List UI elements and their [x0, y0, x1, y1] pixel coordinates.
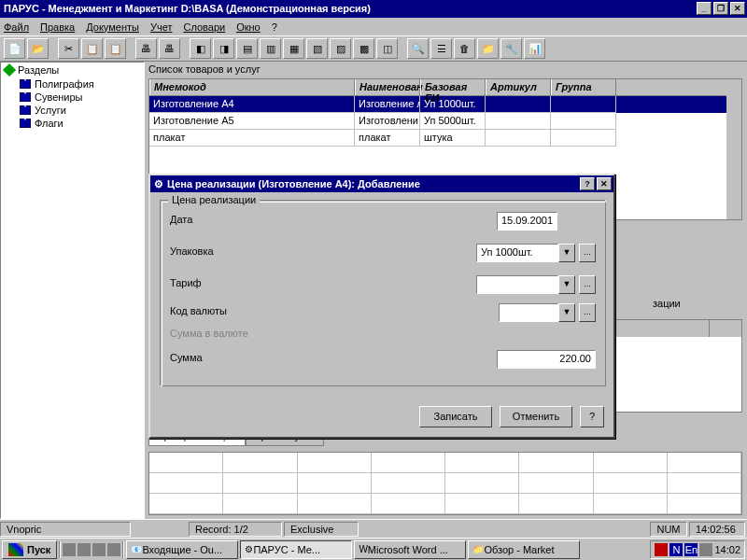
status-mode: Exclusive: [284, 522, 359, 537]
toolbar-button[interactable]: ◨: [213, 38, 234, 59]
tray-icon[interactable]: [699, 543, 712, 556]
diamond-icon: [3, 63, 16, 77]
vertical-scrollbar[interactable]: [726, 79, 741, 219]
book-icon: [20, 79, 31, 89]
toolbar-button[interactable]: 📊: [524, 38, 545, 59]
tree-item[interactable]: Услуги: [1, 104, 144, 117]
group-label: Цена реализации: [168, 194, 260, 205]
maximize-button[interactable]: ❐: [713, 2, 728, 15]
dialog-close-button[interactable]: ✕: [597, 177, 612, 190]
quicklaunch-icon[interactable]: [78, 543, 91, 556]
system-tray: N En 14:02: [650, 540, 745, 559]
toolbar-button[interactable]: ✂: [58, 38, 79, 59]
grid-row[interactable]: Изготовление А5ИзготовлениУп 5000шт.: [149, 113, 741, 130]
grid-row[interactable]: плакатплакатштука: [149, 130, 741, 147]
tree-item[interactable]: Флаги: [1, 117, 144, 130]
menu-edit[interactable]: Правка: [40, 21, 75, 33]
start-button[interactable]: Пуск: [2, 540, 57, 559]
tariff-combo[interactable]: [476, 275, 558, 294]
browse-button[interactable]: ...: [579, 303, 596, 322]
tree-item[interactable]: Сувениры: [1, 91, 144, 104]
tray-lang-icon[interactable]: En: [684, 543, 698, 556]
status-bar: Vnopric Record: 1/2 Exclusive NUM 14:02:…: [0, 519, 747, 538]
menu-docs[interactable]: Документы: [86, 21, 139, 33]
toolbar-button[interactable]: 🗑: [454, 38, 475, 59]
tree-item[interactable]: Полиграфия: [1, 77, 144, 91]
currency-combo[interactable]: [499, 303, 558, 322]
toolbar-button[interactable]: 📋: [81, 38, 103, 59]
minimize-button[interactable]: _: [697, 2, 712, 15]
cancel-button[interactable]: Отменить: [500, 406, 572, 427]
bottom-grid[interactable]: [148, 452, 742, 515]
toolbar-button[interactable]: 📂: [27, 38, 49, 59]
partial-tab-label: зации: [653, 298, 681, 309]
col-name[interactable]: Наименован: [355, 79, 420, 95]
pack-combo[interactable]: Уп 1000шт.: [476, 244, 558, 262]
toolbar-button[interactable]: ☰: [430, 38, 452, 59]
toolbar-button[interactable]: 🖶: [135, 38, 157, 59]
window-titlebar: ПАРУС - Менеджмент и Маркетинг D:\BASA (…: [0, 0, 747, 18]
chevron-down-icon[interactable]: ▼: [558, 244, 575, 262]
menu-acct[interactable]: Учет: [150, 21, 173, 33]
toolbar-button[interactable]: 📄: [4, 38, 25, 59]
tree-root[interactable]: Разделы: [1, 63, 144, 77]
save-button[interactable]: Записать: [419, 406, 492, 427]
toolbar-button[interactable]: ▦: [283, 38, 304, 59]
taskbar-task[interactable]: ⚙ ПАРУС - Ме...: [240, 540, 352, 559]
quicklaunch-icon[interactable]: [63, 543, 76, 556]
sections-tree: Разделы Полиграфия Сувениры Услуги Флаги: [0, 62, 145, 519]
date-input[interactable]: 15.09.2001: [497, 212, 557, 231]
book-icon: [20, 119, 31, 128]
label-date: Дата: [170, 214, 319, 225]
col-group[interactable]: Группа: [551, 79, 616, 95]
toolbar-button[interactable]: 📁: [477, 38, 499, 59]
chevron-down-icon[interactable]: ▼: [558, 303, 575, 322]
dialog-help-button[interactable]: ?: [580, 177, 595, 190]
book-icon: [20, 92, 31, 102]
taskbar: Пуск 📧 Входящие - Ou... ⚙ ПАРУС - Ме... …: [0, 538, 747, 560]
menu-dict[interactable]: Словари: [183, 21, 225, 33]
sum-input[interactable]: 220.00: [497, 350, 596, 369]
toolbar-button[interactable]: ▨: [330, 38, 351, 59]
grid-row[interactable]: Изготовление А4Изговление лУп 1000шт.: [149, 96, 741, 113]
toolbar: 📄 📂 ✂ 📋 📋 🖶 🖶 ◧ ◨ ▤ ▥ ▦ ▧ ▨ ▩ ◫ 🔍 ☰ 🗑 📁 …: [0, 35, 747, 62]
status-user: Vnopric: [0, 522, 131, 537]
tray-lang-icon[interactable]: N: [669, 543, 683, 556]
col-article[interactable]: Артикул: [486, 79, 551, 95]
menu-file[interactable]: Файл: [4, 21, 29, 33]
toolbar-button[interactable]: 🔍: [407, 38, 429, 59]
chevron-down-icon[interactable]: ▼: [558, 275, 575, 294]
status-time: 14:02:56: [689, 522, 745, 537]
toolbar-button[interactable]: ▧: [306, 38, 328, 59]
toolbar-button[interactable]: ▥: [260, 38, 281, 59]
quicklaunch-icon[interactable]: [107, 543, 120, 556]
list-label: Список товаров и услуг: [148, 63, 261, 75]
col-mnemo[interactable]: Мнемокод: [149, 79, 355, 95]
menu-window[interactable]: Окно: [236, 21, 261, 33]
toolbar-button[interactable]: 🔧: [500, 38, 522, 59]
toolbar-button[interactable]: 🖶: [159, 38, 180, 59]
help-button[interactable]: ?: [580, 406, 604, 427]
status-record: Record: 1/2: [189, 522, 282, 537]
browse-button[interactable]: ...: [579, 275, 596, 294]
price-dialog: ⚙ Цена реализации (Изготовление А4): Доб…: [148, 174, 615, 439]
toolbar-button[interactable]: 📋: [105, 38, 126, 59]
tray-icon[interactable]: [655, 543, 668, 556]
label-sum-fx: Сумма в валюте: [170, 328, 319, 339]
quicklaunch-icon[interactable]: [92, 543, 106, 556]
book-icon: [20, 105, 31, 115]
browse-button[interactable]: ...: [579, 244, 596, 262]
close-button[interactable]: ✕: [730, 2, 745, 15]
taskbar-task[interactable]: 📁 Обзор - Market: [468, 540, 580, 559]
label-sum: Сумма: [170, 352, 319, 363]
label-pack: Упаковка: [170, 245, 319, 257]
menu-help[interactable]: ?: [272, 21, 277, 33]
col-unit[interactable]: Базовая ЕИ: [420, 79, 486, 95]
toolbar-button[interactable]: ◧: [190, 38, 211, 59]
toolbar-button[interactable]: ▤: [236, 38, 258, 59]
dialog-title: Цена реализации (Изготовление А4): Добав…: [167, 175, 420, 192]
toolbar-button[interactable]: ▩: [353, 38, 374, 59]
toolbar-button[interactable]: ◫: [376, 38, 398, 59]
taskbar-task[interactable]: 📧 Входящие - Ou...: [126, 540, 238, 559]
taskbar-task[interactable]: W Microsoft Word ...: [354, 540, 466, 559]
